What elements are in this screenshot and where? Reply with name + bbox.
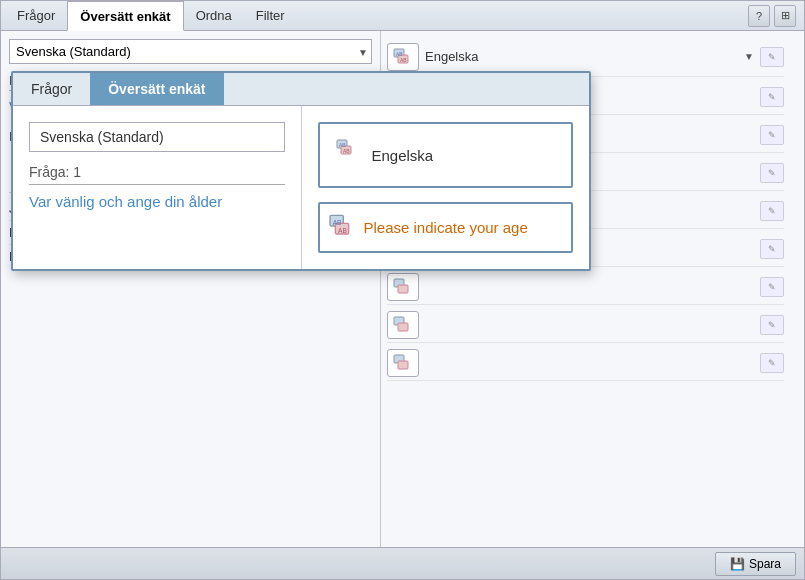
zoom-right: AB AB Engelska AB AB [302, 106, 590, 269]
zoom-lang-box: Svenska (Standard) [29, 122, 285, 152]
edit-icon-e5[interactable]: ✎ [760, 277, 784, 297]
edit-icon-e2[interactable]: ✎ [760, 163, 784, 183]
zoom-tabs: Frågor Översätt enkät [13, 73, 589, 106]
zoom-overlay: Frågor Översätt enkät Svenska (Standard)… [11, 71, 591, 271]
translate-icon-e6 [387, 311, 419, 339]
lang-dropdown-arrow-icon[interactable]: ▼ [744, 51, 754, 62]
zoom-lang-name: Engelska [372, 147, 434, 164]
menu-item-fragor[interactable]: Frågor [5, 1, 67, 30]
zoom-tab-fragor[interactable]: Frågor [13, 73, 90, 105]
zoom-question-text: Var vänlig och ange din ålder [29, 193, 285, 210]
content-area: Svenska (Standard) Engelska ▼ Fråga: 1 V… [1, 31, 804, 547]
help-button[interactable]: ? [748, 5, 770, 27]
translate-icon-header: AB AB [387, 43, 419, 71]
zoom-right-header: AB AB Engelska [318, 122, 574, 188]
menu-bar: Frågor Översätt enkät Ordna Filter ? ⊞ [1, 1, 804, 31]
save-button[interactable]: 💾 Spara [715, 552, 796, 576]
zoom-translate-icon-header: AB AB [328, 132, 364, 164]
svg-text:AB: AB [400, 57, 407, 63]
edit-icon-q1[interactable]: ✎ [760, 87, 784, 107]
lang-name: Engelska [425, 49, 738, 64]
zoom-translated-text: Please indicate your age [364, 219, 564, 236]
lang-select-container: Svenska (Standard) Engelska ▼ [9, 39, 372, 64]
svg-text:AB: AB [332, 219, 341, 226]
empty-row-5: ✎ [387, 269, 784, 305]
main-window: Frågor Översätt enkät Ordna Filter ? ⊞ S… [0, 0, 805, 580]
menu-item-oversatt[interactable]: Översätt enkät [67, 1, 183, 31]
edit-icon-e3[interactable]: ✎ [760, 201, 784, 221]
lang-select[interactable]: Svenska (Standard) Engelska [9, 39, 372, 64]
edit-icon-e1[interactable]: ✎ [760, 125, 784, 145]
edit-icon-e4[interactable]: ✎ [760, 239, 784, 259]
zoom-tab-oversatt[interactable]: Översätt enkät [90, 73, 223, 105]
zoom-translate-icon-content: AB AB [328, 214, 356, 241]
zoom-right-content: AB AB Please indicate your age [318, 202, 574, 253]
bottom-bar: 💾 Spara [1, 547, 804, 579]
edit-icon-e7[interactable]: ✎ [760, 353, 784, 373]
translate-icon-e7 [387, 349, 419, 377]
menu-item-ordna[interactable]: Ordna [184, 1, 244, 30]
edit-icon-header[interactable]: ✎ [760, 47, 784, 67]
svg-rect-13 [398, 323, 408, 331]
menu-bar-right: ? ⊞ [748, 1, 800, 30]
empty-row-7: ✎ [387, 345, 784, 381]
menu-item-filter[interactable]: Filter [244, 1, 297, 30]
edit-icon-e6[interactable]: ✎ [760, 315, 784, 335]
svg-text:AB: AB [343, 148, 350, 154]
layout-button[interactable]: ⊞ [774, 5, 796, 27]
svg-rect-11 [398, 285, 408, 293]
zoom-body: Svenska (Standard) Fråga: 1 Var vänlig o… [13, 106, 589, 269]
svg-rect-15 [398, 361, 408, 369]
svg-text:AB: AB [338, 227, 347, 234]
zoom-question-label: Fråga: 1 [29, 164, 285, 185]
save-icon: 💾 [730, 557, 745, 571]
save-label: Spara [749, 557, 781, 571]
zoom-left: Svenska (Standard) Fråga: 1 Var vänlig o… [13, 106, 302, 269]
empty-row-6: ✎ [387, 307, 784, 343]
lang-dropdown-row: Engelska ▼ [425, 49, 754, 64]
translate-icon-e5 [387, 273, 419, 301]
